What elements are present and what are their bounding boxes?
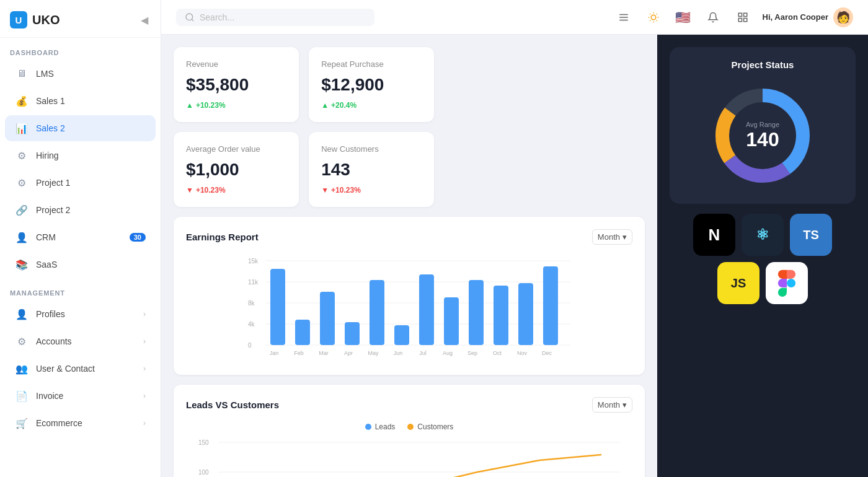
user-contact-icon: 👥 xyxy=(15,362,29,375)
sidebar: U UKO ◀ DASHBOARD 🖥 LMS 💰 Sales 1 📊 Sale… xyxy=(0,0,161,477)
sidebar-item-label: Project 2 xyxy=(36,205,70,215)
svg-point-0 xyxy=(186,14,193,20)
svg-text:Sep: Sep xyxy=(467,350,477,356)
svg-rect-28 xyxy=(270,269,285,345)
svg-text:15k: 15k xyxy=(248,258,259,265)
stat-card-revenue: Revenue $35,800 ▲ +10.23% xyxy=(174,47,299,122)
svg-rect-14 xyxy=(738,13,742,16)
stat-change: ▲ +10.23% xyxy=(186,101,286,110)
collapse-button[interactable]: ◀ xyxy=(138,12,151,28)
svg-rect-35 xyxy=(444,297,459,345)
svg-text:Dec: Dec xyxy=(542,350,552,356)
chart-title: Earnings Report xyxy=(186,232,259,242)
stat-label: Average Order value xyxy=(186,144,286,154)
flag-icon[interactable]: 🇺🇸 xyxy=(673,7,693,27)
earnings-bar-chart: 15k 11k 8k 4k 0 xyxy=(186,255,632,360)
sidebar-item-user-contact[interactable]: 👥 User & Contact › xyxy=(5,356,156,382)
svg-text:150: 150 xyxy=(198,439,209,446)
sidebar-logo: U UKO ◀ xyxy=(0,0,161,38)
sidebar-item-label: LMS xyxy=(36,69,54,79)
main-area: Search... 🇺🇸 xyxy=(161,0,868,477)
management-section-label: MANAGEMENT xyxy=(0,278,161,300)
svg-text:Feb: Feb xyxy=(294,350,304,356)
svg-rect-34 xyxy=(419,274,434,345)
sidebar-item-label: Profiles xyxy=(36,309,65,319)
react-icon: ⚛ xyxy=(742,214,784,256)
svg-line-9 xyxy=(656,20,657,20)
svg-line-1 xyxy=(192,19,193,21)
sidebar-item-accounts[interactable]: ⚙ Accounts › xyxy=(5,328,156,354)
search-bar[interactable]: Search... xyxy=(176,9,374,26)
sidebar-item-label: Accounts xyxy=(36,336,72,346)
chart-header: Leads VS Customers Month ▾ xyxy=(186,397,632,413)
stat-cards-col1: Revenue $35,800 ▲ +10.23% Average Order … xyxy=(174,47,299,207)
invoice-icon: 📄 xyxy=(15,389,29,403)
grid-icon[interactable] xyxy=(733,7,753,27)
stat-label: Repeat Purchase xyxy=(321,59,422,69)
svg-text:Oct: Oct xyxy=(493,350,502,356)
hiring-icon: ⚙ xyxy=(15,149,29,162)
ecommerce-icon: 🛒 xyxy=(15,416,29,430)
svg-rect-15 xyxy=(743,13,746,16)
sidebar-item-project2[interactable]: 🔗 Project 2 xyxy=(5,197,156,223)
svg-rect-16 xyxy=(743,18,746,21)
stat-card-repeat-purchase: Repeat Purchase $12,900 ▲ +20.4% xyxy=(309,47,434,122)
sales2-icon: 📊 xyxy=(15,121,29,135)
sidebar-item-ecommerce[interactable]: 🛒 Ecommerce › xyxy=(5,410,156,436)
sidebar-item-sales1[interactable]: 💰 Sales 1 xyxy=(5,88,156,114)
svg-text:11k: 11k xyxy=(248,279,259,286)
leads-dot xyxy=(365,424,371,430)
sidebar-item-profiles[interactable]: 👤 Profiles › xyxy=(5,301,156,327)
svg-text:Apr: Apr xyxy=(344,350,353,356)
donut-value: 140 xyxy=(746,128,779,151)
svg-text:4k: 4k xyxy=(248,321,255,328)
arrow-up-icon: ▲ xyxy=(321,101,329,110)
leads-label: Leads xyxy=(375,422,396,431)
svg-text:0: 0 xyxy=(248,342,252,349)
sidebar-item-sales2[interactable]: 📊 Sales 2 xyxy=(5,115,156,141)
stat-value: $1,000 xyxy=(186,160,286,180)
topbar: Search... 🇺🇸 xyxy=(161,0,868,35)
top-row: Revenue $35,800 ▲ +10.23% Average Order … xyxy=(174,47,645,375)
figma-icon xyxy=(766,262,808,304)
sidebar-item-invoice[interactable]: 📄 Invoice › xyxy=(5,383,156,409)
sidebar-item-label: Ecommerce xyxy=(36,418,82,428)
chevron-right-icon: › xyxy=(143,419,146,427)
project1-icon: ⚙ xyxy=(15,176,29,190)
svg-text:Jan: Jan xyxy=(270,350,279,356)
bell-icon[interactable] xyxy=(703,7,723,27)
sidebar-item-crm[interactable]: 👤 CRM 30 xyxy=(5,224,156,250)
sales1-icon: 💰 xyxy=(15,94,29,108)
svg-rect-32 xyxy=(370,280,384,345)
sun-icon[interactable] xyxy=(644,7,663,27)
donut-chart: Avg Range 140 xyxy=(707,80,818,191)
stat-card-avg-order: Average Order value $1,000 ▼ +10.23% xyxy=(174,132,299,207)
earnings-chart-card: Earnings Report Month ▾ 15k 11k 8k 4k 0 xyxy=(174,217,645,375)
svg-rect-37 xyxy=(494,286,508,345)
sidebar-item-label: Sales 1 xyxy=(36,96,65,106)
sidebar-item-hiring[interactable]: ⚙ Hiring xyxy=(5,142,156,168)
sidebar-item-lms[interactable]: 🖥 LMS xyxy=(5,61,156,87)
typescript-icon: TS xyxy=(790,214,832,256)
customers-legend-item: Customers xyxy=(407,422,453,431)
project-status-title: Project Status xyxy=(682,59,843,70)
user-profile[interactable]: Hi, Aaron Cooper 🧑 xyxy=(763,7,853,27)
stat-change: ▼ +10.23% xyxy=(321,186,422,195)
chevron-right-icon: › xyxy=(143,337,146,346)
leads-filter-dropdown[interactable]: Month ▾ xyxy=(592,397,632,413)
svg-rect-31 xyxy=(345,322,360,345)
svg-rect-38 xyxy=(518,283,533,345)
chart-filter-dropdown[interactable]: Month ▾ xyxy=(592,229,632,245)
profiles-icon: 👤 xyxy=(15,307,29,321)
chevron-down-icon: ▾ xyxy=(622,232,627,242)
svg-point-5 xyxy=(651,15,656,20)
saas-icon: 📚 xyxy=(15,258,29,271)
topbar-icons: 🇺🇸 Hi, Aaron Cooper 🧑 xyxy=(614,7,853,27)
user-greeting: Hi, Aaron Cooper xyxy=(763,12,828,22)
sidebar-item-saas[interactable]: 📚 SaaS xyxy=(5,252,156,278)
stat-change: ▲ +20.4% xyxy=(321,101,422,110)
menu-icon[interactable] xyxy=(614,7,634,27)
project2-icon: 🔗 xyxy=(15,203,29,217)
sidebar-item-project1[interactable]: ⚙ Project 1 xyxy=(5,170,156,196)
svg-rect-30 xyxy=(320,292,335,345)
